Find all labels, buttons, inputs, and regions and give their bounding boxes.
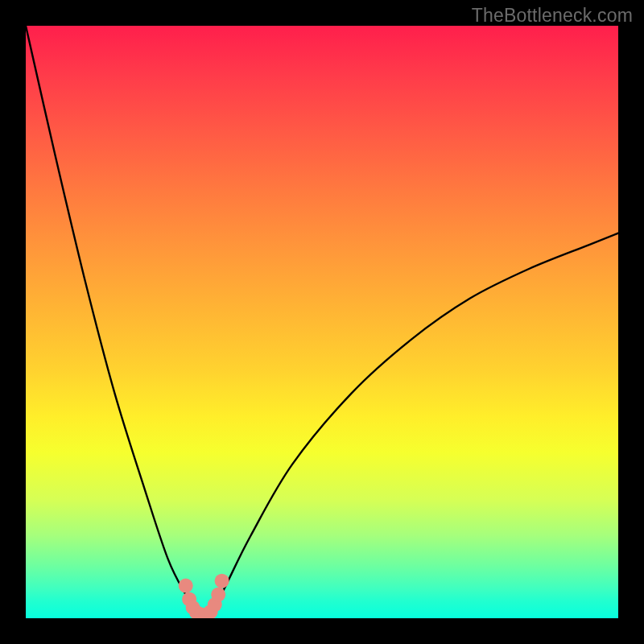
- highlight-markers: [179, 574, 229, 618]
- bottleneck-chart: [26, 26, 618, 618]
- curve-group: [26, 26, 618, 618]
- watermark: TheBottleneck.com: [472, 5, 633, 27]
- marker-dot: [211, 588, 225, 602]
- marker-dot: [179, 579, 193, 593]
- chart-area: [26, 26, 618, 618]
- bottleneck-curve: [26, 26, 618, 618]
- marker-dot: [215, 574, 229, 588]
